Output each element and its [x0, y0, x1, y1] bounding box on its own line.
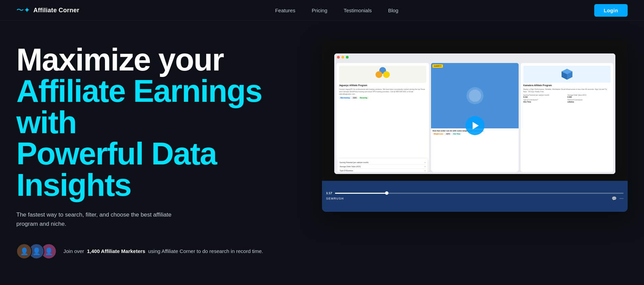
video-controls: 1:17 SEMRUSH 💬 ⋯	[322, 181, 628, 212]
nav-actions: Login	[594, 4, 628, 17]
ctrl-logos: SEMRUSH	[326, 197, 344, 200]
card-tags-jaguarpc: Web Hosting $325 Recurring	[339, 97, 426, 99]
stat-row-earning: Earning Potential (per sale/per month) +	[340, 161, 426, 165]
nav-links: Features Pricing Testimonials Blog	[275, 7, 398, 13]
play-triangle-icon	[473, 122, 479, 129]
tag-web-hosting: Web Hosting	[339, 97, 351, 99]
headline-line3: Powerful Data	[16, 136, 216, 171]
headline-line2a: Affiliate Earnings with	[16, 74, 262, 140]
card-image-jaguarpc	[339, 66, 426, 83]
nav-pricing[interactable]: Pricing	[312, 7, 327, 13]
nav-testimonials[interactable]: Testimonials	[344, 7, 372, 13]
hero-subtitle: The fastest way to search, filter, and c…	[16, 210, 194, 228]
stat-commission-val: One Time	[523, 101, 567, 103]
time-label: 1:17	[326, 191, 332, 195]
browser-dot-yellow	[341, 56, 344, 59]
login-button[interactable]: Login	[594, 4, 628, 17]
progress-fill	[335, 193, 387, 194]
social-proof-text: Join over 1,400 Affiliate Marketers usin…	[63, 248, 263, 255]
play-button[interactable]	[465, 116, 485, 135]
hero-right: Jaguarpc Affiliate Program Contact Jagua…	[322, 37, 628, 212]
avatar-group: 👤 👤 👤	[16, 243, 53, 259]
browser-dot-green	[346, 56, 349, 59]
stat-row-business: Type Of Business +	[340, 169, 426, 172]
stat-period-val: Lifetime	[567, 101, 611, 103]
logo-circles-jaguarpc	[375, 67, 390, 81]
browser-mockup: Jaguarpc Affiliate Program Contact Jagua…	[334, 53, 615, 174]
hero-left: Maximize your Affiliate Earnings with Po…	[16, 37, 310, 259]
headline-line1: Maximize	[16, 42, 150, 77]
nav-blog[interactable]: Blog	[388, 7, 398, 13]
stat-label-aov: Average Order Value (AOV)	[340, 165, 361, 168]
semrush-logo: SEMRUSH	[326, 197, 344, 200]
brand-name: Affiliate Corner	[33, 7, 79, 14]
browser-bar	[334, 53, 615, 61]
hero-section: Maximize your Affiliate Earnings with Po…	[0, 21, 644, 285]
stat-row-aov: Average Order Value (AOV) +	[340, 165, 426, 169]
ctrl-right: 💬 ⋯	[612, 196, 624, 201]
tag-recurring: Recurring	[358, 97, 368, 99]
progress-track[interactable]	[335, 193, 624, 194]
more-options-icon[interactable]: ⋯	[619, 196, 624, 201]
social-proof-suffix: using Affiliate Corner to do research in…	[148, 248, 263, 254]
tag-price: $325	[352, 97, 358, 99]
progress-thumb	[385, 191, 388, 195]
social-proof-highlight: 1,400 Affiliate Marketers	[87, 248, 145, 254]
card-image-kamatera	[523, 66, 611, 83]
video-inner: Jaguarpc Affiliate Program Contact Jagua…	[322, 40, 628, 212]
avatar-1: 👤	[16, 243, 32, 259]
kamatera-logo-svg	[560, 67, 574, 81]
video-container[interactable]: Jaguarpc Affiliate Program Contact Jagua…	[322, 40, 628, 212]
brand-icon: 〜✦	[16, 5, 30, 15]
card-desc-jaguarpc: Contact JaguarPC for professional web ho…	[339, 88, 426, 95]
brand-logo[interactable]: 〜✦ Affiliate Corner	[16, 5, 79, 15]
stat-aov-val: $ 360	[567, 96, 611, 98]
headline-line1b: your	[150, 42, 224, 77]
kamatera-stats-grid: Earning Potential (per sale/per month) $…	[523, 94, 611, 103]
social-proof: 👤 👤 👤 Join over 1,400 Affiliate Marketer…	[16, 243, 310, 259]
nav-features[interactable]: Features	[275, 7, 295, 13]
progress-bar-container: 1:17	[326, 191, 624, 195]
stat-label-business: Type Of Business	[340, 170, 353, 172]
card-title-jaguarpc: Jaguarpc Affiliate Program	[339, 84, 426, 87]
hurry-badge: HURRY!!!	[432, 64, 443, 68]
stat-label-earning: Earning Potential (per sale/per month)	[340, 161, 369, 163]
message-icon[interactable]: 💬	[612, 196, 617, 201]
affiliate-card-jaguarpc: Jaguarpc Affiliate Program Contact Jagua…	[336, 63, 429, 172]
affiliate-card-kamatera: Kamatera Affiliate Program Deploy a High…	[521, 63, 613, 172]
controls-row: SEMRUSH 💬 ⋯	[326, 196, 624, 201]
headline-line4: Insights	[16, 168, 131, 202]
stat-earning-val: $ 216	[523, 96, 567, 98]
social-proof-prefix: Join over	[63, 248, 84, 254]
card-stats-jaguarpc: Earning Potential (per sale/per month) +…	[338, 159, 428, 172]
card-title-kamatera: Kamatera Affiliate Program	[523, 84, 611, 87]
card-desc-kamatera: Deploy a High Performance, Reliable, Wor…	[523, 88, 611, 93]
browser-dot-red	[337, 56, 340, 59]
hero-headline: Maximize your Affiliate Earnings with Po…	[16, 44, 310, 201]
navbar: 〜✦ Affiliate Corner Features Pricing Tes…	[0, 0, 644, 21]
